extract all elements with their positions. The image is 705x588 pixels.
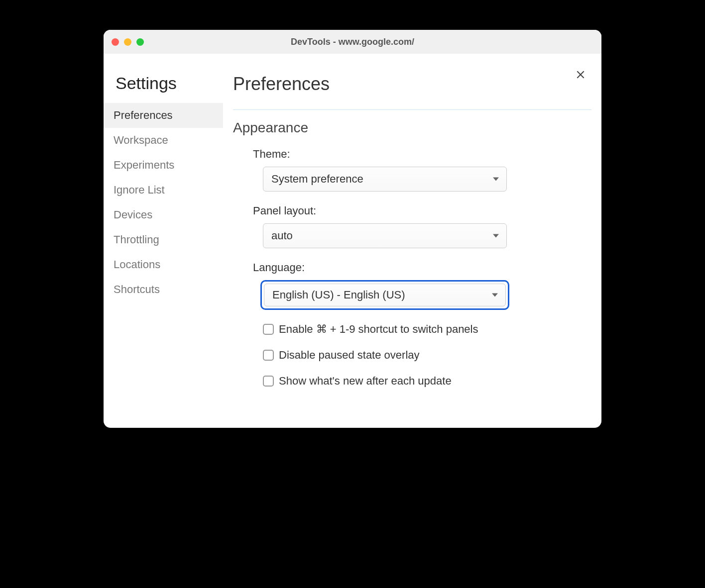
disable-paused-overlay-checkbox-row[interactable]: Disable paused state overlay <box>263 349 585 362</box>
settings-sidebar: Settings Preferences Workspace Experimen… <box>104 54 223 428</box>
devtools-settings-window: DevTools - www.google.com/ Settings Pref… <box>104 30 601 428</box>
sidebar-item-devices[interactable]: Devices <box>104 202 223 227</box>
sidebar-item-label: Devices <box>114 208 152 221</box>
window-maximize-button[interactable] <box>136 38 144 46</box>
traffic-lights <box>112 38 144 46</box>
enable-shortcut-label: Enable ⌘ + 1-9 shortcut to switch panels <box>279 323 478 336</box>
theme-select-wrapper: System preference <box>263 167 507 192</box>
content-area: Settings Preferences Workspace Experimen… <box>104 54 601 428</box>
sidebar-item-experiments[interactable]: Experiments <box>104 153 223 178</box>
preferences-scroll-area[interactable]: Appearance Theme: System preference Pane… <box>233 109 591 424</box>
sidebar-item-label: Ignore List <box>114 184 165 196</box>
language-select[interactable]: English (US) - English (US) <box>264 284 506 306</box>
sidebar-item-label: Preferences <box>114 109 173 121</box>
show-whats-new-label: Show what's new after each update <box>279 375 452 388</box>
theme-setting: Theme: System preference <box>253 148 585 192</box>
panel-layout-select-wrapper: auto <box>263 223 507 248</box>
language-label: Language: <box>253 261 585 274</box>
language-select-wrapper: English (US) - English (US) <box>260 280 509 310</box>
close-icon <box>576 70 586 80</box>
chevron-down-icon <box>492 294 498 297</box>
show-whats-new-checkbox[interactable] <box>263 376 274 387</box>
theme-select[interactable]: System preference <box>263 167 507 192</box>
sidebar-item-label: Shortcuts <box>114 283 160 295</box>
section-title-appearance: Appearance <box>233 120 585 136</box>
language-select-value: English (US) - English (US) <box>272 289 405 301</box>
sidebar-item-label: Experiments <box>114 159 174 171</box>
language-setting: Language: English (US) - English (US) <box>253 261 585 310</box>
sidebar-item-throttling[interactable]: Throttling <box>104 227 223 252</box>
main-panel: Preferences Appearance Theme: System pre… <box>223 54 601 428</box>
window-minimize-button[interactable] <box>124 38 131 46</box>
theme-select-value: System preference <box>271 173 363 186</box>
window-title: DevTools - www.google.com/ <box>291 37 414 47</box>
sidebar-item-label: Workspace <box>114 134 168 146</box>
sidebar-title: Settings <box>104 74 223 103</box>
panel-layout-label: Panel layout: <box>253 204 585 217</box>
close-settings-button[interactable] <box>574 68 588 82</box>
sidebar-item-label: Throttling <box>114 233 159 246</box>
titlebar: DevTools - www.google.com/ <box>104 30 601 54</box>
panel-layout-select[interactable]: auto <box>263 223 507 248</box>
page-title: Preferences <box>233 74 591 95</box>
enable-shortcut-checkbox-row[interactable]: Enable ⌘ + 1-9 shortcut to switch panels <box>263 323 585 336</box>
window-close-button[interactable] <box>112 38 119 46</box>
panel-layout-setting: Panel layout: auto <box>253 204 585 248</box>
chevron-down-icon <box>493 234 499 238</box>
theme-label: Theme: <box>253 148 585 161</box>
chevron-down-icon <box>493 178 499 181</box>
sidebar-item-label: Locations <box>114 258 160 271</box>
sidebar-item-locations[interactable]: Locations <box>104 252 223 277</box>
show-whats-new-checkbox-row[interactable]: Show what's new after each update <box>263 375 585 388</box>
sidebar-item-ignore-list[interactable]: Ignore List <box>104 178 223 202</box>
disable-paused-overlay-checkbox[interactable] <box>263 350 274 361</box>
sidebar-item-preferences[interactable]: Preferences <box>104 103 223 128</box>
enable-shortcut-checkbox[interactable] <box>263 324 274 335</box>
panel-layout-select-value: auto <box>271 229 293 242</box>
sidebar-item-workspace[interactable]: Workspace <box>104 128 223 153</box>
sidebar-item-shortcuts[interactable]: Shortcuts <box>104 277 223 302</box>
disable-paused-overlay-label: Disable paused state overlay <box>279 349 420 362</box>
